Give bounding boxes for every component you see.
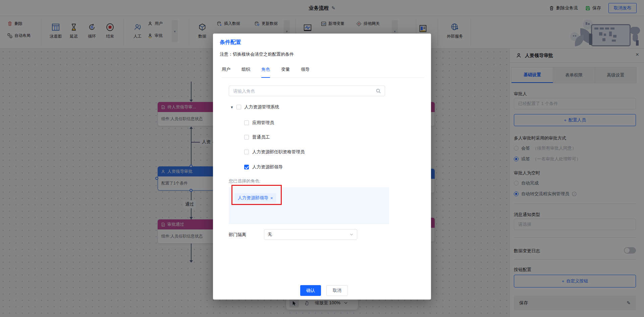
tab-organization[interactable]: 组织 [241, 66, 250, 77]
chevron-down-icon [350, 232, 354, 236]
tab-user[interactable]: 用户 [222, 66, 230, 77]
condition-config-modal: 条件配置 注意：切换模块会清空之前配置的条件 用户 组织 角色 变量 领导 ▾ … [213, 34, 431, 300]
tree-root-row[interactable]: ▾ 人力资源管理系统 [231, 104, 279, 110]
dept-isolation-label: 部门隔离 [229, 232, 246, 238]
modal-note: 注意：切换模块会清空之前配置的条件 [220, 51, 294, 57]
checkbox-root[interactable] [236, 105, 241, 109]
caret-down-icon[interactable]: ▾ [231, 105, 233, 110]
confirm-button[interactable]: 确认 [300, 285, 321, 296]
checkbox[interactable] [244, 150, 249, 154]
checkbox[interactable] [244, 135, 249, 140]
cancel-button[interactable]: 取消 [326, 285, 348, 296]
tree-row[interactable]: 普通员工 [244, 134, 270, 140]
tab-variable[interactable]: 变量 [281, 66, 290, 77]
role-search-box [229, 86, 385, 96]
tree-row[interactable]: 应用管理员 [244, 120, 274, 126]
tree-row-selected[interactable]: 人力资源部领导 [244, 164, 283, 170]
role-search-input[interactable] [233, 89, 376, 94]
modal-tabs: 用户 组织 角色 变量 领导 [222, 66, 424, 78]
checkbox[interactable] [244, 120, 249, 125]
dept-isolation-select[interactable]: 无 [264, 229, 357, 240]
annotation-highlight [231, 185, 282, 205]
modal-title: 条件配置 [220, 39, 241, 46]
tree-row[interactable]: 人力资源部任职资格管理员 [244, 149, 305, 155]
search-icon[interactable] [376, 89, 381, 93]
tab-leader[interactable]: 领导 [301, 66, 310, 77]
checkbox-checked[interactable] [244, 165, 249, 169]
selected-roles-label: 您已选择的角色: [229, 178, 261, 184]
tab-role[interactable]: 角色 [261, 66, 270, 78]
